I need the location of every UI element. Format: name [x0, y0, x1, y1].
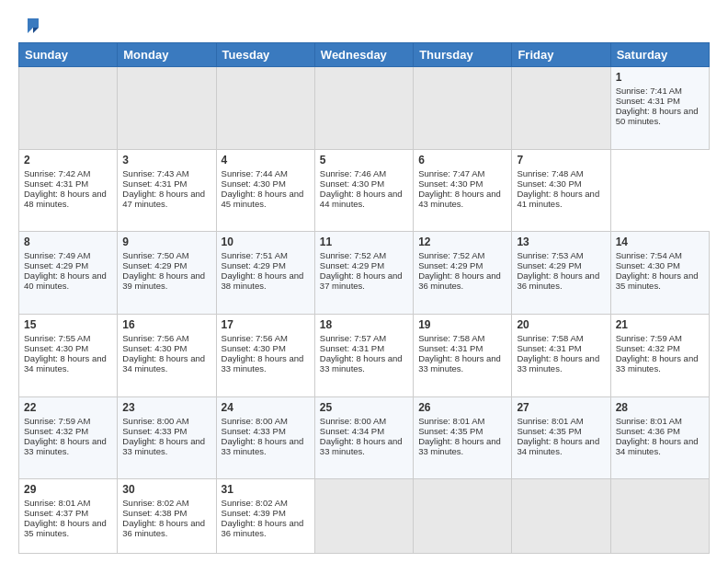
header [18, 15, 710, 35]
day-number: 3 [122, 154, 210, 167]
day-number: 20 [517, 318, 605, 331]
empty-cell [512, 479, 610, 554]
day-cell-5: 5Sunrise: 7:46 AMSunset: 4:30 PMDaylight… [314, 149, 413, 232]
day-number: 26 [418, 401, 506, 414]
calendar-page: SundayMondayTuesdayWednesdayThursdayFrid… [0, 0, 728, 563]
day-cell-24: 24Sunrise: 8:00 AMSunset: 4:33 PMDayligh… [216, 396, 314, 479]
col-header-wednesday: Wednesday [314, 43, 413, 67]
logo [18, 15, 40, 35]
day-number: 1 [616, 71, 704, 84]
day-cell-23: 23Sunrise: 8:00 AMSunset: 4:33 PMDayligh… [118, 396, 216, 479]
day-cell-28: 28Sunrise: 8:01 AMSunset: 4:36 PMDayligh… [610, 396, 709, 479]
empty-cell [314, 479, 413, 554]
day-number: 17 [222, 318, 310, 331]
day-number: 13 [517, 236, 605, 248]
day-number: 30 [122, 483, 210, 496]
day-cell-12: 12Sunrise: 7:52 AMSunset: 4:29 PMDayligh… [414, 232, 512, 315]
day-number: 4 [222, 154, 310, 167]
day-number: 22 [24, 401, 112, 414]
week-row-3: 8Sunrise: 7:49 AMSunset: 4:29 PMDaylight… [19, 232, 710, 315]
empty-cell [512, 67, 610, 150]
day-cell-18: 18Sunrise: 7:57 AMSunset: 4:31 PMDayligh… [314, 315, 413, 397]
day-cell-11: 11Sunrise: 7:52 AMSunset: 4:29 PMDayligh… [314, 232, 413, 315]
empty-cell [19, 67, 118, 150]
col-header-tuesday: Tuesday [216, 43, 314, 67]
day-cell-20: 20Sunrise: 7:58 AMSunset: 4:31 PMDayligh… [512, 315, 610, 397]
day-number: 25 [320, 401, 408, 414]
day-cell-2: 2Sunrise: 7:42 AMSunset: 4:31 PMDaylight… [19, 149, 118, 232]
day-cell-30: 30Sunrise: 8:02 AMSunset: 4:38 PMDayligh… [118, 479, 216, 554]
empty-cell [414, 67, 512, 150]
day-cell-1: 1Sunrise: 7:41 AMSunset: 4:31 PMDaylight… [610, 67, 709, 150]
day-number: 9 [122, 236, 210, 248]
week-row-2: 2Sunrise: 7:42 AMSunset: 4:31 PMDaylight… [19, 149, 710, 232]
empty-cell [216, 67, 314, 150]
day-cell-7: 7Sunrise: 7:48 AMSunset: 4:30 PMDaylight… [512, 149, 610, 232]
week-row-1: 1Sunrise: 7:41 AMSunset: 4:31 PMDaylight… [19, 67, 710, 150]
day-number: 29 [24, 483, 112, 496]
day-cell-17: 17Sunrise: 7:56 AMSunset: 4:30 PMDayligh… [216, 315, 314, 397]
day-cell-31: 31Sunrise: 8:02 AMSunset: 4:39 PMDayligh… [216, 479, 314, 554]
calendar-table: SundayMondayTuesdayWednesdayThursdayFrid… [18, 42, 710, 554]
day-cell-3: 3Sunrise: 7:43 AMSunset: 4:31 PMDaylight… [118, 149, 216, 232]
day-number: 8 [24, 236, 112, 248]
day-number: 7 [517, 154, 605, 167]
empty-cell [610, 479, 709, 554]
svg-marker-1 [33, 28, 39, 33]
day-number: 19 [418, 318, 506, 331]
day-number: 6 [418, 154, 506, 167]
day-cell-16: 16Sunrise: 7:56 AMSunset: 4:30 PMDayligh… [118, 315, 216, 397]
day-number: 31 [222, 483, 310, 496]
header-row: SundayMondayTuesdayWednesdayThursdayFrid… [19, 43, 710, 67]
day-cell-22: 22Sunrise: 7:59 AMSunset: 4:32 PMDayligh… [19, 396, 118, 479]
day-number: 18 [320, 318, 408, 331]
col-header-friday: Friday [512, 43, 610, 67]
day-cell-19: 19Sunrise: 7:58 AMSunset: 4:31 PMDayligh… [414, 315, 512, 397]
day-cell-26: 26Sunrise: 8:01 AMSunset: 4:35 PMDayligh… [414, 396, 512, 479]
empty-cell [314, 67, 413, 150]
day-cell-9: 9Sunrise: 7:50 AMSunset: 4:29 PMDaylight… [118, 232, 216, 315]
week-row-4: 15Sunrise: 7:55 AMSunset: 4:30 PMDayligh… [19, 315, 710, 397]
day-cell-8: 8Sunrise: 7:49 AMSunset: 4:29 PMDaylight… [19, 232, 118, 315]
day-number: 27 [517, 401, 605, 414]
day-cell-6: 6Sunrise: 7:47 AMSunset: 4:30 PMDaylight… [414, 149, 512, 232]
col-header-saturday: Saturday [610, 43, 709, 67]
day-cell-25: 25Sunrise: 8:00 AMSunset: 4:34 PMDayligh… [314, 396, 413, 479]
day-cell-10: 10Sunrise: 7:51 AMSunset: 4:29 PMDayligh… [216, 232, 314, 315]
day-number: 12 [418, 236, 506, 248]
col-header-monday: Monday [118, 43, 216, 67]
day-cell-27: 27Sunrise: 8:01 AMSunset: 4:35 PMDayligh… [512, 396, 610, 479]
day-number: 15 [24, 318, 112, 331]
col-header-sunday: Sunday [19, 43, 118, 67]
col-header-thursday: Thursday [414, 43, 512, 67]
day-cell-29: 29Sunrise: 8:01 AMSunset: 4:37 PMDayligh… [19, 479, 118, 554]
day-cell-15: 15Sunrise: 7:55 AMSunset: 4:30 PMDayligh… [19, 315, 118, 397]
day-number: 24 [222, 401, 310, 414]
day-number: 11 [320, 236, 408, 248]
day-number: 21 [616, 318, 704, 331]
logo-icon [20, 15, 40, 35]
day-number: 14 [616, 236, 704, 248]
week-row-6: 29Sunrise: 8:01 AMSunset: 4:37 PMDayligh… [19, 479, 710, 554]
day-number: 23 [122, 401, 210, 414]
day-number: 2 [24, 154, 112, 167]
empty-cell [118, 67, 216, 150]
day-cell-21: 21Sunrise: 7:59 AMSunset: 4:32 PMDayligh… [610, 315, 709, 397]
day-cell-14: 14Sunrise: 7:54 AMSunset: 4:30 PMDayligh… [610, 232, 709, 315]
day-cell-13: 13Sunrise: 7:53 AMSunset: 4:29 PMDayligh… [512, 232, 610, 315]
day-cell-4: 4Sunrise: 7:44 AMSunset: 4:30 PMDaylight… [216, 149, 314, 232]
day-number: 10 [222, 236, 310, 248]
empty-cell [414, 479, 512, 554]
week-row-5: 22Sunrise: 7:59 AMSunset: 4:32 PMDayligh… [19, 396, 710, 479]
day-number: 16 [122, 318, 210, 331]
day-number: 5 [320, 154, 408, 167]
day-number: 28 [616, 401, 704, 414]
